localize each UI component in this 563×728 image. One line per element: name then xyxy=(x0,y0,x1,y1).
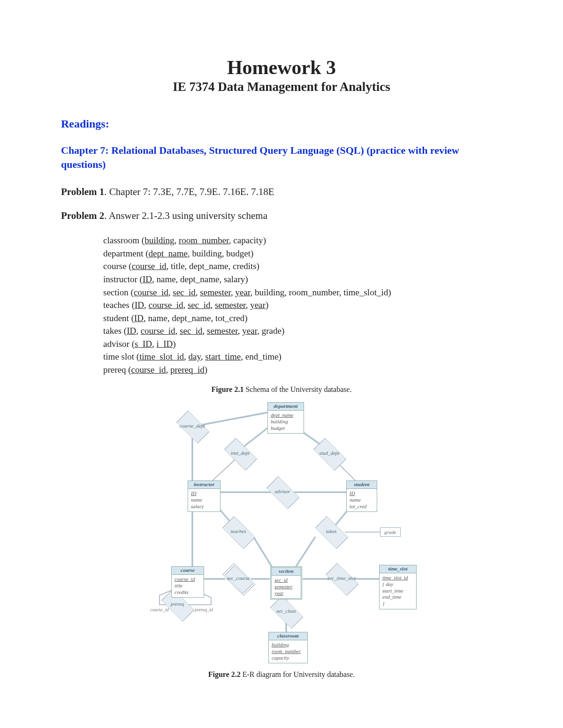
schema-instructor: instructor (ID, name, dept_name, salary) xyxy=(103,273,502,286)
er-diagram: course_dept inst_dept stud_dept advisor … xyxy=(131,398,432,661)
rel-advisor: advisor xyxy=(262,482,303,503)
rel-teaches: teaches xyxy=(218,522,259,542)
schema-list: classroom (building, room_number, capaci… xyxy=(103,234,502,376)
schema-teaches: teaches (ID, course_id, sec_id, semester… xyxy=(103,299,502,312)
rel-sec-class: sec_class xyxy=(266,601,307,622)
rel-sec-time-slot: sec_time_slot xyxy=(321,569,362,589)
problem-1-text: . Chapter 7: 7.3E, 7.7E, 7.9E. 7.16E. 7.… xyxy=(104,186,274,197)
figure-2-1-caption: Figure 2.1 Schema of the University data… xyxy=(61,385,502,394)
entity-instructor: instructor ID name salary xyxy=(188,480,221,512)
rel-stud-dept: stud_dept xyxy=(309,443,350,464)
problem-2-text: . Answer 2.1-2.3 using university schema xyxy=(104,210,267,221)
figure-2-2-caption: Figure 2.2 E-R diagram for University da… xyxy=(61,670,502,679)
problem-1: Problem 1. Chapter 7: 7.3E, 7.7E, 7.9E. … xyxy=(61,186,502,198)
schema-takes: takes (ID, course_id, sec_id, semester, … xyxy=(103,324,502,338)
entity-section: section sec_id semester year xyxy=(270,566,302,600)
rel-inst-dept: inst_dept xyxy=(220,443,261,464)
problem-2-label: Problem 2 xyxy=(61,210,104,221)
document-page: Homework 3 IE 7374 Data Management for A… xyxy=(0,0,563,728)
entity-time-slot: time_slot time_slot_id { day start_time … xyxy=(379,565,417,609)
label-prereq-id: prereq_id xyxy=(195,607,213,612)
problem-1-label: Problem 1 xyxy=(61,186,104,197)
schema-student: student (ID, name, dept_name, tot_cred) xyxy=(103,312,502,325)
entity-department: department dept_name building budget xyxy=(267,402,304,434)
label-course-id: course_id xyxy=(150,607,168,612)
problem-2: Problem 2. Answer 2.1-2.3 using universi… xyxy=(61,210,502,222)
schema-advisor: advisor (s_ID, i_ID) xyxy=(103,338,502,351)
chapter-line: Chapter 7: Relational Databases, Structu… xyxy=(61,143,502,171)
attr-grade: grade xyxy=(380,527,401,537)
schema-time-slot: time slot (time_slot_id, day, start_time… xyxy=(103,350,502,363)
entity-student: student ID name tot_cred xyxy=(346,480,377,512)
rel-takes: takes xyxy=(311,522,352,542)
entity-course: course course_id title credits xyxy=(171,566,204,598)
page-subtitle: IE 7374 Data Management for Analytics xyxy=(61,80,502,94)
entity-classroom: classroom building room_number capacity xyxy=(268,632,308,663)
page-title: Homework 3 xyxy=(61,56,502,79)
schema-section: section (course_id, sec_id, semester, ye… xyxy=(103,286,502,299)
readings-heading: Readings: xyxy=(61,118,502,130)
schema-classroom: classroom (building, room_number, capaci… xyxy=(103,234,502,247)
schema-course: course (course_id, title, dept_name, cre… xyxy=(103,260,502,273)
schema-department: department (dept_name, building, budget) xyxy=(103,247,502,260)
schema-prereq: prereq (course_id, prereq_id) xyxy=(103,363,502,376)
rel-sec-course: sec_course xyxy=(218,569,259,589)
rel-course-dept: course_dept xyxy=(172,416,213,437)
